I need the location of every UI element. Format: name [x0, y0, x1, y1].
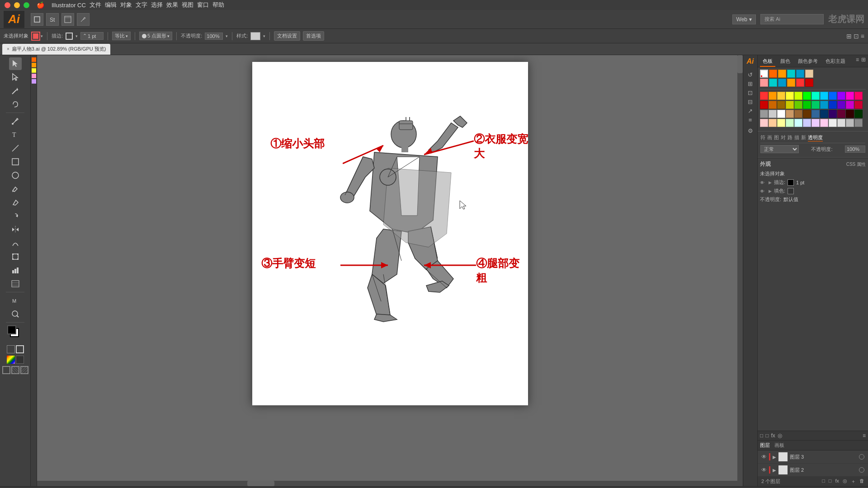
- sub-tab-new[interactable]: 新: [801, 134, 806, 141]
- cg-11[interactable]: [846, 92, 854, 100]
- cg-20[interactable]: [820, 101, 828, 109]
- layer-2-expand[interactable]: ▶: [773, 468, 776, 473]
- sub-tab-transparency[interactable]: 透明度: [808, 134, 823, 141]
- free-transform-tool[interactable]: [9, 250, 22, 263]
- stroke-mode-icon[interactable]: [20, 366, 28, 374]
- swatch-amber[interactable]: [787, 79, 795, 87]
- layer-2-eye[interactable]: 👁: [761, 467, 767, 473]
- cg-45[interactable]: [829, 119, 837, 127]
- stroke-type-dropdown[interactable]: 等比▾: [112, 32, 131, 40]
- cg-46[interactable]: [837, 119, 845, 127]
- maximize-button[interactable]: [24, 2, 29, 8]
- preferences-button[interactable]: 首选项: [303, 31, 324, 41]
- ai-panel-btn-1[interactable]: ↺: [748, 71, 753, 78]
- cg-14[interactable]: [769, 101, 777, 109]
- menu-effects[interactable]: 效果: [166, 1, 178, 9]
- menu-object[interactable]: 对象: [120, 1, 132, 9]
- swatch-skin[interactable]: [805, 70, 813, 78]
- layer-btn-1[interactable]: □: [822, 478, 825, 485]
- cg-36[interactable]: [854, 110, 863, 118]
- cg-39[interactable]: [777, 119, 785, 127]
- pencil-tool[interactable]: [9, 183, 22, 195]
- layer-circle-icon[interactable]: ◎: [778, 432, 782, 439]
- cg-43[interactable]: [811, 119, 820, 127]
- cg-40[interactable]: [786, 119, 794, 127]
- tab-artboards[interactable]: 画板: [774, 442, 784, 449]
- rect-tool[interactable]: [9, 155, 22, 168]
- cg-5[interactable]: [794, 92, 802, 100]
- swatch-orange[interactable]: [769, 70, 777, 78]
- ai-panel-btn-7[interactable]: ⚙: [748, 127, 753, 134]
- fill-indicator[interactable]: [7, 345, 15, 353]
- layer-icon-1[interactable]: □: [760, 432, 763, 439]
- swatch-deepskyblue[interactable]: [778, 79, 786, 87]
- fill-color-preview[interactable]: [788, 188, 794, 194]
- fill-mode-icon[interactable]: [11, 366, 19, 374]
- cg-30[interactable]: [803, 110, 811, 118]
- layer-delete-btn[interactable]: 🗑: [859, 478, 864, 485]
- ellipse-tool[interactable]: [9, 169, 22, 182]
- sub-tab-draw[interactable]: 画: [767, 134, 772, 141]
- cg-28[interactable]: [786, 110, 794, 118]
- layer-3-expand[interactable]: ▶: [773, 455, 776, 460]
- cg-38[interactable]: [769, 119, 777, 127]
- menu-help[interactable]: 帮助: [212, 1, 224, 9]
- new-art-icon[interactable]: [31, 13, 43, 26]
- layer-icon-2[interactable]: □: [765, 432, 769, 439]
- stroke-color-btn[interactable]: [66, 33, 73, 40]
- panel-menu-icon[interactable]: ≡: [861, 33, 864, 40]
- apple-menu[interactable]: 🍎: [37, 1, 44, 9]
- cg-16[interactable]: [786, 101, 794, 109]
- pen-icon[interactable]: [77, 13, 90, 26]
- cg-37[interactable]: [760, 119, 768, 127]
- ai-panel-btn-5[interactable]: ↗: [748, 108, 753, 114]
- doc-settings-button[interactable]: 文档设置: [274, 31, 300, 41]
- sub-tab-align[interactable]: 对: [781, 134, 786, 141]
- blend-mode-select[interactable]: 正常: [760, 145, 799, 153]
- stroke-eye-icon[interactable]: 👁: [760, 180, 766, 185]
- menu-select[interactable]: 选择: [151, 1, 163, 9]
- layer-fx-icon[interactable]: fx: [771, 432, 775, 439]
- sub-tab-stroke[interactable]: 描: [794, 134, 799, 141]
- vertical-scrollbar[interactable]: [737, 55, 743, 486]
- cg-24[interactable]: [854, 101, 863, 109]
- css-properties-btn[interactable]: CSS 属性: [846, 161, 866, 168]
- strip-color-1[interactable]: [32, 57, 36, 62]
- layer-item-2[interactable]: 👁 ▶ 图层 2: [758, 464, 868, 477]
- web-dropdown[interactable]: Web▾: [732, 14, 756, 24]
- layer-3-target[interactable]: [859, 454, 864, 460]
- magic-wand-tool[interactable]: [9, 84, 22, 97]
- artboard-icon[interactable]: [61, 13, 74, 26]
- cg-48[interactable]: [854, 119, 863, 127]
- strip-color-4[interactable]: [32, 74, 36, 78]
- layer-panel-menu[interactable]: ≡: [863, 432, 866, 439]
- cg-18[interactable]: [803, 101, 811, 109]
- stroke-width-input[interactable]: [88, 33, 101, 39]
- ai-panel-btn-3[interactable]: ⊡: [748, 89, 753, 96]
- cg-44[interactable]: [820, 119, 828, 127]
- minimize-button[interactable]: [14, 2, 20, 8]
- document-tab[interactable]: × 扁平人物3.ai @ 102.89% (RGB/GPU 预览): [2, 44, 110, 55]
- rotate-tool[interactable]: [9, 210, 22, 222]
- cg-4[interactable]: [786, 92, 794, 100]
- pen-tool[interactable]: [9, 115, 22, 127]
- menu-edit[interactable]: 编辑: [105, 1, 117, 9]
- arrange-icon1[interactable]: ⊞: [846, 33, 852, 40]
- cg-31[interactable]: [811, 110, 820, 118]
- ai-panel-btn-4[interactable]: ⊟: [748, 99, 753, 105]
- type-tool[interactable]: T: [9, 128, 22, 141]
- cg-6[interactable]: [803, 92, 811, 100]
- stroke-indicator[interactable]: [16, 345, 24, 353]
- cg-9[interactable]: [829, 92, 837, 100]
- cg-34[interactable]: [837, 110, 845, 118]
- layer-add-btn[interactable]: ＋: [851, 478, 856, 485]
- layer-btn-2[interactable]: □: [829, 478, 832, 485]
- fill-eye-icon[interactable]: 👁: [760, 189, 766, 193]
- tab-close-icon[interactable]: ×: [7, 47, 9, 52]
- swatch-pink[interactable]: [760, 79, 768, 87]
- swatch-teal[interactable]: [769, 79, 777, 87]
- opacity-value-input[interactable]: [845, 145, 865, 153]
- reflect-tool[interactable]: [9, 223, 22, 236]
- opacity-input[interactable]: [205, 33, 223, 40]
- cg-42[interactable]: [803, 119, 811, 127]
